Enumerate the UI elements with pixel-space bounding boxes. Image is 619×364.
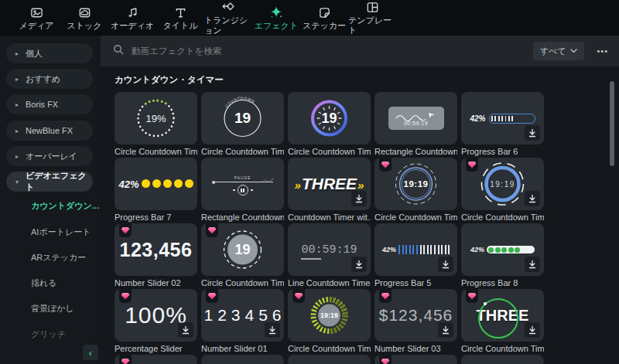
- tab-media[interactable]: メディア: [12, 5, 60, 31]
- tab-transition[interactable]: トランジション: [204, 0, 252, 36]
- stock-icon: [77, 5, 92, 21]
- tab-template[interactable]: テンプレート: [348, 0, 396, 36]
- effect-card: 19:19 Circle Countdown Tim...: [288, 289, 371, 355]
- tab-label: トランジション: [204, 15, 252, 36]
- effect-thumbnail[interactable]: $123,456: [374, 289, 457, 342]
- effect-card: 19 Circle Countdown Tim...: [201, 223, 284, 289]
- download-icon[interactable]: [525, 191, 540, 206]
- scribble-doodle: [262, 178, 275, 184]
- tab-effect[interactable]: エフェクト: [252, 5, 300, 31]
- effect-thumbnail[interactable]: PAUSE: [201, 158, 284, 210]
- download-icon[interactable]: [438, 322, 453, 338]
- effect-card: COUNTDOWN 19 Circle Countdown Tim...: [201, 92, 284, 158]
- effect-name: Countdown Timer wit...: [288, 210, 371, 222]
- effect-card: 42% Progress Bar 8: [461, 223, 544, 289]
- download-icon[interactable]: [178, 322, 193, 338]
- effect-name: Rectangle Countdown...: [201, 210, 284, 222]
- effect-name: Circle Countdown Tim...: [461, 342, 544, 353]
- download-icon[interactable]: [525, 322, 540, 338]
- tab-title[interactable]: タイトル: [156, 5, 204, 31]
- effect-card: [288, 355, 371, 364]
- effect-thumbnail[interactable]: THREE: [461, 289, 544, 342]
- preview-text: THREE: [302, 175, 357, 193]
- tab-label: ステッカー: [303, 21, 346, 31]
- sidebar-item-overlay[interactable]: ▸ オーバーレイ: [6, 146, 93, 166]
- preview-percent: 42%: [470, 246, 484, 253]
- effect-thumbnail[interactable]: 19: [201, 223, 284, 276]
- sidebar-item-recommended[interactable]: ▸ おすすめ: [6, 69, 93, 89]
- tab-sticker[interactable]: ステッカー: [300, 5, 348, 31]
- effect-card: [115, 355, 197, 364]
- effect-thumbnail[interactable]: » THREE »: [288, 158, 371, 210]
- sidebar-item-label: オーバーレイ: [26, 151, 77, 162]
- effect-thumbnail[interactable]: 00:59:19: [374, 92, 457, 145]
- effect-thumbnail[interactable]: COUNTDOWN 19: [201, 92, 284, 145]
- sidebar-item-newbluefx[interactable]: ▸ NewBlue FX: [6, 121, 93, 141]
- sidebar-subitem-countdown[interactable]: カウントダウン...: [31, 200, 99, 212]
- sidebar-item-videoeffect[interactable]: ▾ ビデオエフェクト: [6, 172, 93, 192]
- pro-badge-icon: [466, 289, 478, 303]
- sidebar-collapse-button[interactable]: ‹: [83, 345, 98, 360]
- search-icon: [113, 44, 124, 58]
- sidebar-subitem-ar-sticker[interactable]: ARステッカー: [31, 252, 86, 264]
- download-icon[interactable]: [438, 257, 453, 272]
- effect-thumbnail[interactable]: 42%: [115, 158, 197, 210]
- sidebar-subitem-glitch[interactable]: グリッチ: [31, 328, 66, 340]
- download-icon[interactable]: [265, 322, 280, 338]
- effect-card: 19:19 Circle Countdown Tim...: [461, 158, 544, 223]
- sidebar-subitem-background-blur[interactable]: 背景ぼかし: [31, 303, 74, 315]
- sidebar-subitem-ai-portrait[interactable]: AIポートレート: [31, 226, 91, 238]
- effect-card: 42% Progress Bar 6: [461, 92, 544, 158]
- sticker-icon: [317, 5, 332, 21]
- tab-stock[interactable]: ストック: [60, 5, 108, 31]
- effect-card: PAUSE Rectangle Countdown...: [201, 158, 284, 223]
- effect-card: » THREE » Countdown Timer wit...: [288, 158, 371, 223]
- template-icon: [365, 0, 380, 15]
- chevron-right-icon: ▸: [15, 76, 19, 83]
- progress-bar: [489, 114, 535, 124]
- tab-audio[interactable]: オーディオ: [108, 5, 156, 31]
- scrollbar-thumb[interactable]: [610, 81, 614, 166]
- effect-thumbnail[interactable]: 00:59:19: [288, 223, 371, 276]
- effect-thumbnail[interactable]: 19:19: [288, 289, 371, 342]
- effect-card: THREE Circle Countdown Tim...: [461, 289, 544, 355]
- download-icon[interactable]: [525, 257, 540, 272]
- effect-thumbnail[interactable]: 19:19: [374, 158, 457, 210]
- effect-thumbnail[interactable]: [288, 355, 371, 364]
- effect-thumbnail[interactable]: 100%: [115, 289, 197, 342]
- chevron-right-icon: ▸: [15, 50, 19, 57]
- more-options-button[interactable]: •••: [597, 46, 608, 56]
- effect-thumbnail[interactable]: [115, 355, 197, 364]
- effect-thumbnail[interactable]: 123,456: [115, 223, 197, 276]
- effect-thumbnail[interactable]: 19%: [115, 92, 197, 145]
- sidebar-item-borisfx[interactable]: ▸ Boris FX: [6, 94, 93, 114]
- effect-thumbnail[interactable]: 42%: [374, 223, 457, 276]
- effect-thumbnail[interactable]: [374, 355, 457, 364]
- effect-thumbnail[interactable]: 19:19: [461, 158, 544, 210]
- pro-badge-icon: [119, 289, 132, 303]
- effect-thumbnail[interactable]: 42%: [461, 92, 544, 145]
- preview-text: 19: [321, 111, 337, 127]
- effect-thumbnail[interactable]: [461, 355, 544, 364]
- transition-icon: [221, 0, 236, 15]
- effect-thumbnail[interactable]: 123456: [201, 289, 284, 342]
- effect-thumbnail[interactable]: 19: [288, 92, 371, 145]
- download-icon[interactable]: [351, 257, 367, 272]
- sidebar-item-personal[interactable]: ▸ 個人: [6, 43, 93, 63]
- preview-arc-text: COUNTDOWN: [224, 96, 256, 108]
- sidebar-item-label: 個人: [26, 48, 43, 60]
- effect-card: 19 Circle Countdown Tim...: [288, 92, 371, 158]
- sidebar-subitem-shake[interactable]: 揺れる: [31, 277, 57, 289]
- pro-badge-icon: [379, 158, 392, 172]
- effect-thumbnail[interactable]: [201, 355, 284, 364]
- download-icon[interactable]: [525, 125, 540, 141]
- effect-thumbnail[interactable]: 42%: [461, 223, 544, 276]
- preview-percent: 42%: [382, 246, 396, 253]
- effect-card: 42% Progress Bar 5: [374, 223, 457, 289]
- effect-name: Circle Countdown Tim...: [201, 145, 284, 156]
- pro-badge-icon: [119, 223, 132, 237]
- search-input[interactable]: [130, 46, 527, 56]
- download-icon[interactable]: [351, 191, 367, 206]
- progress-bar: [487, 246, 535, 253]
- filter-dropdown[interactable]: すべて: [533, 42, 585, 60]
